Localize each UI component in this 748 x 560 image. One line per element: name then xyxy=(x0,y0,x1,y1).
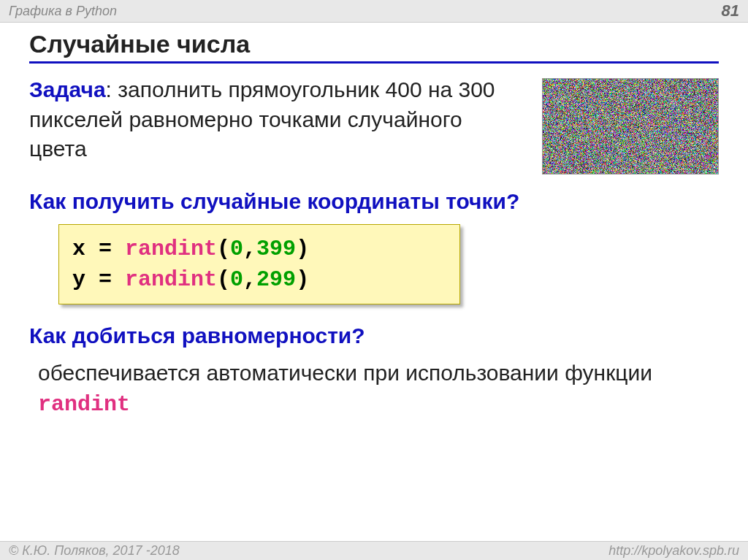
slide-title: Случайные числа xyxy=(29,30,719,64)
header-title: Графика в Python xyxy=(9,4,117,19)
footer-bar: © К.Ю. Поляков, 2017 -2018 http://kpolya… xyxy=(0,541,748,560)
question-coords: Как получить случайные координаты точки? xyxy=(29,189,719,214)
answer-fn: randint xyxy=(38,392,130,417)
code-box: x = randint(0,399) y = randint(0,299) xyxy=(58,224,460,304)
slide-content: Случайные числа Задача: заполнить прямоу… xyxy=(0,23,748,419)
footer-url: http://kpolyakov.spb.ru xyxy=(608,543,739,559)
random-noise-image xyxy=(542,78,719,174)
code-line-1: x = randint(0,399) xyxy=(72,234,446,264)
footer-copyright: © К.Ю. Поляков, 2017 -2018 xyxy=(9,543,180,559)
page-number: 81 xyxy=(722,1,739,20)
code-line-2: y = randint(0,299) xyxy=(72,264,446,295)
question-uniformity: Как добиться равномерности? xyxy=(29,323,719,348)
answer-text: обеспечивается автоматически при использ… xyxy=(38,358,719,419)
header-bar: Графика в Python 81 xyxy=(0,0,748,23)
task-label: Задача xyxy=(29,77,106,101)
task-row: Задача: заполнить прямоугольник 400 на 3… xyxy=(29,75,719,174)
task-text: Задача: заполнить прямоугольник 400 на 3… xyxy=(29,75,520,164)
